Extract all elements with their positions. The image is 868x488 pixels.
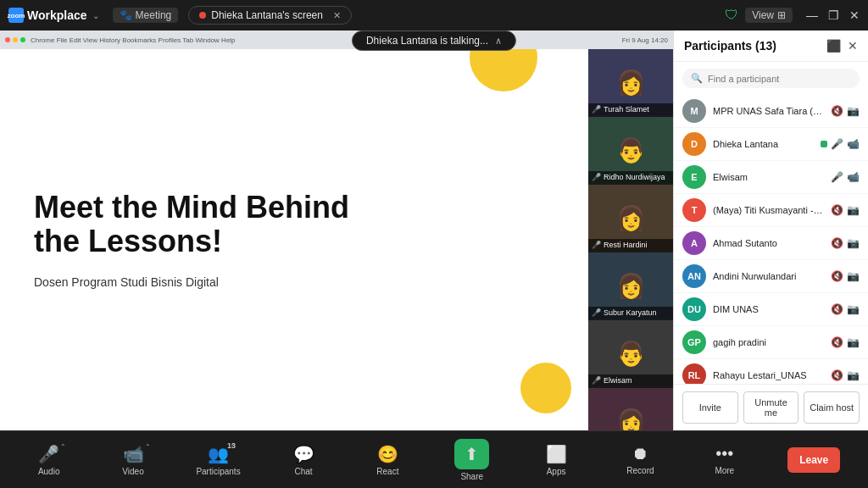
app-title: Workplace [27,8,87,22]
slide-title-line2: the Lessons! [34,224,222,258]
participant-item[interactable]: D Dhieka Lantana 🎤 📹 [674,128,868,161]
video-status-icon: 📷 [847,105,860,117]
chevron-icon: ⌃ [145,443,151,451]
video-thumbnail: 👩 🎤 Turah Slamet [588,49,673,115]
screen-share-label: Dhieka Lantana's screen [211,9,323,21]
participant-avatar: M [682,99,706,123]
video-icon: 📹⌃ [123,445,144,463]
zoom-text: zoom [8,12,25,19]
participant-item[interactable]: AN Andini Nurwulandari 🔇 📷 [674,260,868,293]
video-status-icon: 📷 [847,303,860,315]
system-time: Fri 9 Aug 14:20 [622,36,668,44]
participant-item[interactable]: M MPR UNAS Safa Tiara (Me) 🔇 📷 [674,95,868,128]
video-status-icon: 📹 [847,138,860,150]
video-status-icon: 📷 [847,237,860,249]
close-button[interactable]: ✕ [849,8,860,22]
toolbar-participants[interactable]: 👥⌃13 Participants [196,444,240,476]
toolbar-record[interactable]: ⏺ Record [619,444,661,475]
talking-notification: Dhieka Lantana is talking... ∧ [352,30,516,51]
participants-label: Participants [196,467,240,476]
toolbar-audio[interactable]: 🎤⌃ Audio [28,444,70,476]
toolbar-video[interactable]: 📹⌃ Video [112,444,154,476]
toolbar-apps[interactable]: ⬜ Apps [535,444,577,476]
chevron-up-icon[interactable]: ∧ [495,36,502,47]
meeting-badge: 🐾 Meeting [113,8,179,23]
participant-avatar: E [682,165,706,189]
window-controls: — ❐ ✕ [806,8,860,22]
active-indicator [821,141,827,147]
participant-item[interactable]: RL Rahayu Lestari_UNAS 🔇 📷 [674,359,868,384]
slide-title: Meet the Mind Behind the Lessons! [34,191,554,258]
toolbar-share[interactable]: ⬆ Share [451,439,493,481]
minimize-button[interactable]: — [806,8,818,22]
toolbar-chat[interactable]: 💬 Chat [282,444,325,476]
popout-icon[interactable]: ⬛ [826,39,841,53]
main-area: Chrome File Edit View History Bookmarks … [0,30,868,430]
participant-item[interactable]: GP gagih pradini 🔇 📷 [674,326,868,359]
chat-icon: 💬 [293,445,314,463]
screen-share-tab[interactable]: Dhieka Lantana's screen ✕ [188,6,352,25]
video-thumbnail: 👨 🎤 Elwisam [588,320,673,386]
claim-host-button[interactable]: Claim host [804,391,860,424]
zoom-icon: zoom [8,8,24,23]
chevron-down-icon[interactable]: ⌄ [92,11,99,20]
search-input[interactable] [708,74,851,84]
participant-status-icons: 🔇 📷 [831,369,860,381]
top-bar-right: 🛡 View ⊞ — ❐ ✕ [725,8,860,23]
video-label: Video [122,467,143,476]
toolbar-react[interactable]: 😊 React [366,444,409,476]
participants-icon: 👥⌃13 [208,445,229,463]
panel-bottom-buttons: Invite Unmute me Claim host [674,384,868,430]
video-status-icon: 📷 [847,204,860,216]
toolbar: 🎤⌃ Audio 📹⌃ Video 👥⌃13 Participants 💬 Ch… [0,430,868,488]
mic-status-icon: 🎤 [831,171,843,183]
mic-status-icon: 🔇 [831,204,843,216]
participant-item[interactable]: T (Maya) Titi Kusmayanti - DSCID 🔇 📷 [674,194,868,227]
participant-status-icons: 🔇 📷 [831,204,860,216]
participant-status-icons: 🎤 📹 [831,171,860,183]
audio-icon: 🎤⌃ [38,445,59,463]
participant-name: gagih pradini [713,337,824,347]
recording-dot [199,12,206,19]
video-status-icon: 📷 [847,369,860,381]
thumb-name-label: 🎤 Subur Karyatun [588,307,673,319]
video-thumbnail: 👩 🎤 Subur Karyatun [588,252,673,319]
search-icon: 🔍 [691,73,703,84]
video-thumbnail: 👩 🎤 Andini Nurwulandari [588,388,673,430]
participant-avatar: A [682,231,706,255]
react-icon: 😊 [377,445,398,463]
toolbar-leave[interactable]: Leave [787,447,840,473]
participant-name: Andini Nurwulandari [713,271,824,281]
participant-name: MPR UNAS Safa Tiara (Me) [713,106,824,116]
participant-status-icons: 🎤 📹 [821,138,860,150]
restore-button[interactable]: ❐ [828,8,839,22]
chrome-bar: Chrome File Edit View History Bookmarks … [0,30,673,49]
panel-close-icon[interactable]: ✕ [848,39,858,53]
top-bar: zoom Workplace ⌄ 🐾 Meeting Dhieka Lantan… [0,0,868,30]
invite-button[interactable]: Invite [682,391,738,424]
participant-name: Elwisam [713,172,824,182]
participant-item[interactable]: A Ahmad Sutanto 🔇 📷 [674,227,868,260]
grid-icon: ⊞ [777,9,786,21]
mic-icon: 🎤 [592,173,601,181]
mic-icon: 🎤 [592,376,601,385]
mic-icon: 🎤 [592,308,601,317]
chrome-menu: Chrome File Edit View History Bookmarks … [31,36,236,44]
participant-name: DIM UNAS [713,304,824,314]
participant-item[interactable]: E Elwisam 🎤 📹 [674,161,868,194]
zoom-logo: zoom Workplace ⌄ [8,8,99,23]
view-button[interactable]: View ⊞ [745,8,793,23]
slide-content: Meet the Mind Behind the Lessons! Dosen … [0,49,588,430]
decorative-circle-1 [470,49,537,92]
toolbar-more[interactable]: ••• More [704,444,746,475]
participant-name: Ahmad Sutanto [713,238,824,248]
close-share-icon[interactable]: ✕ [333,10,341,21]
mic-status-icon: 🔇 [831,369,843,381]
unmute-me-button[interactable]: Unmute me [743,391,799,424]
shield-icon: 🛡 [725,8,738,23]
participant-item[interactable]: DU DIM UNAS 🔇 📷 [674,293,868,326]
participant-status-icons: 🔇 📷 [831,270,860,282]
participant-name: Rahayu Lestari_UNAS [713,370,824,380]
react-label: React [376,467,398,476]
mic-status-icon: 🔇 [831,237,843,249]
